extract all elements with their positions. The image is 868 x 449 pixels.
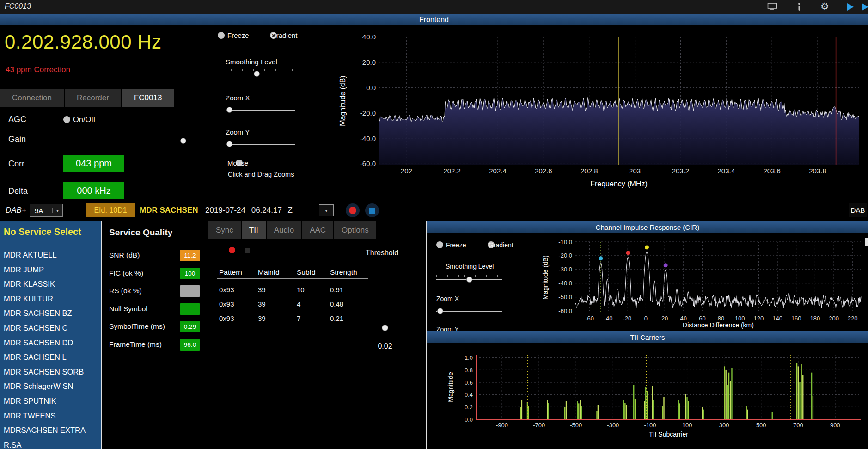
gear-icon[interactable]: ⚙ <box>820 1 829 12</box>
table-cell: 10 <box>297 286 330 294</box>
list-item[interactable]: MDR SACHSEN DD <box>0 336 101 351</box>
svg-text:0.4: 0.4 <box>465 391 473 398</box>
table-cell: 4 <box>297 300 330 308</box>
svg-text:-40.0: -40.0 <box>558 280 572 287</box>
agc-onoff-radio[interactable] <box>63 116 70 123</box>
display-icon[interactable] <box>767 2 777 12</box>
spectrum-chart[interactable]: 202202.2202.4202.6202.8203203.2203.4203.… <box>311 25 868 200</box>
list-item[interactable]: MDR SACHSEN C <box>0 321 101 336</box>
svg-text:-700: -700 <box>533 422 545 429</box>
info-icon[interactable] <box>797 3 801 13</box>
svg-text:203.2: 203.2 <box>672 167 690 175</box>
zoom-x-slider[interactable] <box>226 110 295 111</box>
svg-text:-60: -60 <box>585 315 594 322</box>
smoothing-slider-handle[interactable] <box>254 71 260 77</box>
service-list-header: No Service Select <box>4 227 81 237</box>
dab-bar: DAB+ 9A ▾ EId: 10D1 MDR SACHSEN 2019-07-… <box>0 200 868 221</box>
list-item[interactable]: MDR TWEENS <box>0 409 101 424</box>
list-item[interactable]: MDR SACHSEN SORB <box>0 365 101 380</box>
titlebar: FC0013 ⚙ <box>0 0 868 14</box>
list-item[interactable]: MDR SchlagerW SN <box>0 379 101 394</box>
tab-recorder[interactable]: Recorder <box>65 89 121 107</box>
table-cell: 0.21 <box>330 314 369 322</box>
tab-connection[interactable]: Connection <box>0 89 64 107</box>
list-item[interactable]: MDR SPUTNIK <box>0 394 101 409</box>
svg-text:Magnitude: Magnitude <box>447 372 454 402</box>
list-item[interactable]: MDR AKTUELL <box>0 248 101 263</box>
quality-label: FrameTime (ms) <box>109 340 162 349</box>
svg-text:60: 60 <box>699 315 705 322</box>
service-list: MDR AKTUELLMDR JUMPMDR KLASSIKMDR KULTUR… <box>0 248 101 449</box>
svg-text:40.0: 40.0 <box>362 33 376 41</box>
svg-text:200: 200 <box>829 315 839 322</box>
svg-text:1.0: 1.0 <box>465 354 473 361</box>
delta-value-badge: 000 kHz <box>63 182 124 199</box>
chevron-down-icon: ▾ <box>325 208 327 213</box>
tab-fc0013[interactable]: FC0013 <box>122 89 174 107</box>
window-title: FC0013 <box>5 2 31 11</box>
zoom-y-slider-handle[interactable] <box>226 141 232 147</box>
list-item[interactable]: MDR JUMP <box>0 263 101 277</box>
table-cell: 7 <box>297 314 330 322</box>
freeze-radio[interactable] <box>218 32 225 39</box>
panel-divider <box>101 221 102 449</box>
svg-text:900: 900 <box>830 422 840 429</box>
svg-text:140: 140 <box>772 315 782 322</box>
cir-zoom-x-slider-handle[interactable] <box>437 308 443 314</box>
list-item[interactable]: MDR SACHSEN BZ <box>0 306 101 321</box>
cir-chart[interactable]: -60-40-20020406080100120140160180200220-… <box>511 233 868 331</box>
next-icon[interactable] <box>862 3 868 13</box>
svg-text:202: 202 <box>401 167 412 175</box>
cir-header: Channel Impulse Response (CIR) <box>427 221 868 233</box>
station-dropdown-button[interactable]: ▾ <box>319 204 334 216</box>
cir-zoom-x-label: Zoom X <box>436 295 459 302</box>
stop-button[interactable] <box>365 203 379 217</box>
svg-text:0.8: 0.8 <box>465 367 473 374</box>
app-window: FC0013 ⚙ Frontend 0.202.928.000 Hz 43 pp… <box>0 0 868 449</box>
channel-select-value: 9A <box>30 207 52 215</box>
svg-text:-60.0: -60.0 <box>360 160 376 167</box>
corr-value-badge: 043 ppm <box>63 155 124 172</box>
cir-smoothing-label: Smoothing Level <box>446 263 494 270</box>
svg-text:700: 700 <box>793 422 803 429</box>
list-item[interactable]: MDR SACHSEN L <box>0 350 101 365</box>
svg-text:20: 20 <box>661 315 668 322</box>
channel-select[interactable]: 9A ▾ <box>30 204 63 217</box>
list-item[interactable]: MDRSACHSEN EXTRA <box>0 423 101 438</box>
svg-text:-20: -20 <box>623 315 631 322</box>
frequency-display: 0.202.928.000 Hz <box>5 31 162 53</box>
smoothing-slider[interactable] <box>226 74 295 74</box>
list-item[interactable]: R.SA <box>0 438 101 449</box>
tuner-tabs: ConnectionRecorderFC0013 <box>0 89 213 107</box>
zoom-y-label: Zoom Y <box>226 128 250 136</box>
play-icon[interactable] <box>847 3 854 13</box>
quality-badge: 96.0 <box>180 339 200 351</box>
table-header-cell: Strength <box>330 268 369 277</box>
table-header-cell: MainId <box>258 268 297 277</box>
cir-freeze-radio[interactable] <box>436 241 443 248</box>
zoom-y-slider[interactable] <box>226 144 295 145</box>
delta-label: Delta <box>8 186 28 196</box>
svg-text:160: 160 <box>791 315 801 322</box>
service-quality-panel: Service Quality SNR (dB)11.2FIC (ok %)10… <box>103 221 208 449</box>
zoom-x-slider-handle[interactable] <box>226 107 232 113</box>
tii-carriers-chart[interactable]: -900-700-500-300-1001003005007009000.00.… <box>427 343 868 449</box>
quality-badge <box>180 303 200 315</box>
svg-text:-60.0: -60.0 <box>558 308 572 314</box>
svg-text:-900: -900 <box>496 422 508 429</box>
agc-label: AGC <box>8 115 26 124</box>
list-item[interactable]: MDR KULTUR <box>0 292 101 307</box>
table-cell: 0x93 <box>219 314 258 322</box>
gain-slider[interactable] <box>63 141 185 141</box>
record-button[interactable] <box>346 203 360 217</box>
table-header-cell: Pattern <box>219 268 258 277</box>
list-item[interactable]: MDR KLASSIK <box>0 277 101 292</box>
gain-slider-handle[interactable] <box>180 138 186 144</box>
cir-zoom-x-slider[interactable] <box>436 311 502 312</box>
quality-row: FrameTime (ms)96.0 <box>103 336 208 354</box>
svg-text:Magnitude (dB): Magnitude (dB) <box>542 255 549 300</box>
svg-text:80: 80 <box>718 315 724 322</box>
svg-text:202.4: 202.4 <box>489 167 507 175</box>
cir-smoothing-slider-handle[interactable] <box>466 277 472 283</box>
svg-text:0.0: 0.0 <box>465 416 473 423</box>
